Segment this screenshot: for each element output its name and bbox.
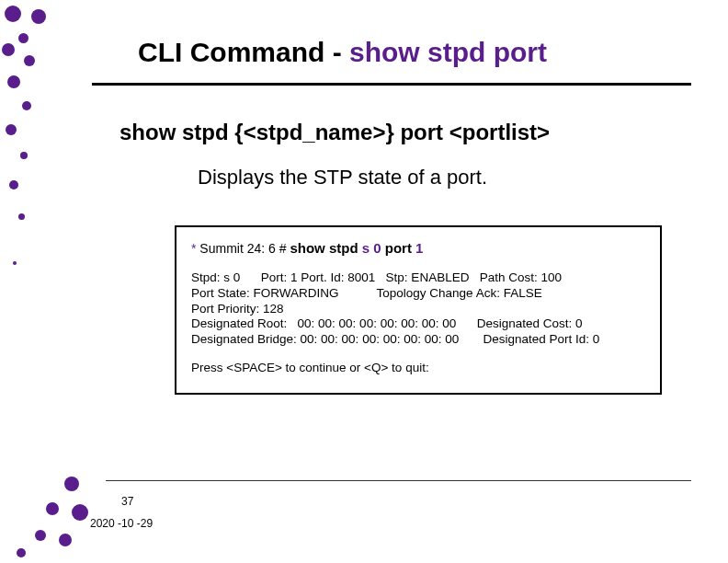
title-rule <box>92 83 691 86</box>
terminal-output: Stpd: s 0 Port: 1 Port. Id: 8001 Stp: EN… <box>191 270 645 348</box>
command-mid: port <box>381 240 416 256</box>
terminal-quit-prompt: Press <SPACE> to continue or <Q> to quit… <box>191 361 645 376</box>
decorative-dots <box>0 0 83 563</box>
slide-number: 37 <box>121 495 133 508</box>
command-description: Displays the STP state of a port. <box>198 166 487 190</box>
output-line: Stpd: s 0 Port: 1 Port. Id: 8001 Stp: EN… <box>191 270 645 286</box>
output-line: Port Priority: 128 <box>191 302 645 317</box>
terminal-prompt-line: * Summit 24: 6 # show stpd s 0 port 1 <box>191 240 645 258</box>
command-base: show stpd <box>290 240 361 256</box>
prompt-text: Summit 24: 6 # <box>196 241 290 256</box>
footer-rule <box>106 480 691 481</box>
output-line: Port State: FORWARDING Topology Change A… <box>191 286 645 302</box>
slide-date: 2020 -10 -29 <box>90 517 153 530</box>
command-arg-stpd: s 0 <box>362 240 381 256</box>
title-highlight: show stpd port <box>349 37 547 67</box>
output-line: Designated Root: 00: 00: 00: 00: 00: 00:… <box>191 316 645 332</box>
command-syntax: show stpd {<stpd_name>} port <portlist> <box>119 120 550 145</box>
command-arg-port: 1 <box>415 240 423 256</box>
title-prefix: CLI Command - <box>138 37 349 67</box>
terminal-output-box: * Summit 24: 6 # show stpd s 0 port 1 St… <box>175 225 662 395</box>
slide-title: CLI Command - show stpd port <box>138 37 673 68</box>
output-line: Designated Bridge: 00: 00: 00: 00: 00: 0… <box>191 332 645 348</box>
